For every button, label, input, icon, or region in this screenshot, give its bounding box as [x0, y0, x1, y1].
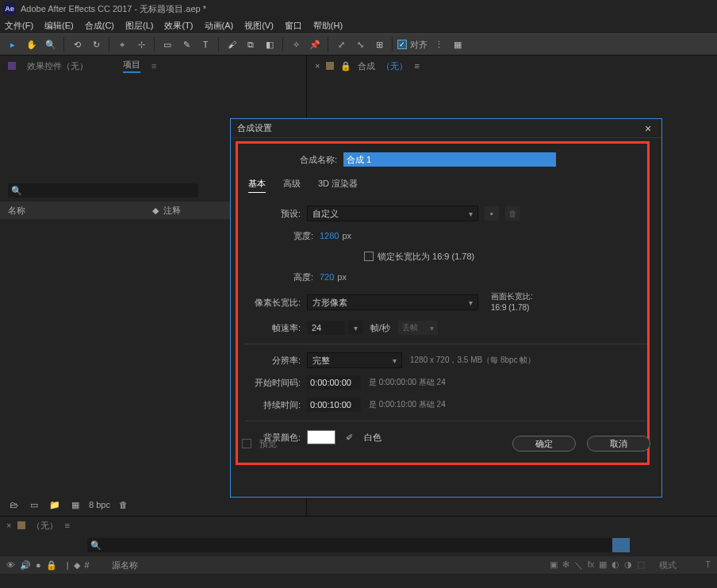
rect-tool-icon[interactable]: ▭: [159, 37, 175, 52]
lock-icon[interactable]: 🔒: [340, 61, 351, 71]
world-axis-icon[interactable]: ⤡: [352, 37, 368, 52]
lock-aspect-label: 锁定长宽比为 16:9 (1.78): [378, 251, 474, 263]
video-column-icon[interactable]: 👁: [6, 560, 15, 571]
menu-view[interactable]: 视图(V): [244, 20, 274, 32]
viewer-none[interactable]: （无）: [382, 60, 408, 72]
brush-tool-icon[interactable]: 🖌: [224, 37, 240, 52]
local-axis-icon[interactable]: ⤢: [333, 37, 349, 52]
orbit-tool-icon[interactable]: ⟲: [69, 37, 85, 52]
label-column-icon[interactable]: ◆: [74, 560, 80, 571]
solo-column-icon[interactable]: ●: [36, 560, 41, 571]
delete-preset-icon[interactable]: 🗑: [505, 206, 520, 221]
puppet-tool-icon[interactable]: 📌: [307, 37, 323, 52]
duration-hint: 是 0:00:10:00 基础 24: [369, 399, 446, 410]
project-panel-tab[interactable]: 项目: [123, 59, 140, 73]
mode-column[interactable]: 模式: [659, 559, 677, 571]
menu-effect[interactable]: 效果(T): [164, 20, 193, 32]
preset-select[interactable]: 自定义▾: [307, 206, 478, 221]
clone-tool-icon[interactable]: ⧉: [243, 37, 259, 52]
timeline-close-icon[interactable]: ×: [6, 521, 11, 530]
interpret-footage-icon[interactable]: 🗁: [6, 498, 21, 512]
eraser-tool-icon[interactable]: ◧: [262, 37, 278, 52]
switch-3d-icon[interactable]: ⬚: [637, 559, 645, 571]
roto-tool-icon[interactable]: ✧: [288, 37, 304, 52]
duration-input[interactable]: 0:00:10:00: [307, 398, 361, 412]
new-folder-icon[interactable]: 📁: [48, 498, 62, 512]
fps-value[interactable]: 24: [307, 321, 345, 335]
viewer-menu-icon[interactable]: ≡: [414, 61, 419, 71]
anchor-tool-icon[interactable]: ⊹: [133, 37, 149, 52]
audio-column-icon[interactable]: 🔊: [20, 560, 31, 571]
switch-shy-icon[interactable]: ▣: [550, 559, 558, 571]
dialog-title-bar[interactable]: 合成设置 ×: [231, 119, 661, 138]
menu-window[interactable]: 窗口: [285, 20, 302, 32]
effects-panel-tab[interactable]: 效果控件（无）: [27, 60, 88, 72]
menu-animation[interactable]: 动画(A): [205, 20, 234, 32]
snapping-checkbox[interactable]: ✓: [397, 40, 407, 49]
view-axis-icon[interactable]: ⊞: [371, 37, 387, 52]
switch-mb-icon[interactable]: ◐: [612, 559, 619, 571]
comment-column[interactable]: 注释: [163, 205, 181, 217]
width-value[interactable]: 1280: [320, 231, 339, 240]
save-preset-icon[interactable]: ▪: [485, 206, 499, 221]
drop-frame-select: 丢帧▾: [398, 321, 438, 335]
name-column[interactable]: 名称: [8, 205, 25, 217]
lock-aspect-checkbox[interactable]: [364, 252, 374, 261]
hand-tool-icon[interactable]: ✋: [24, 37, 40, 52]
bpc-toggle-icon[interactable]: ▦: [68, 498, 82, 512]
resolution-select[interactable]: 完整▾: [307, 352, 402, 368]
toolbar: ▸ ✋ 🔍 ⟲ ↻ ⌖ ⊹ ▭ ✎ T 🖌 ⧉ ◧ ✧ 📌 ⤢ ⤡ ⊞ ✓ 对齐…: [0, 33, 717, 56]
menu-file[interactable]: 文件(F): [5, 20, 33, 32]
selection-tool-icon[interactable]: ▸: [5, 37, 21, 52]
trackmatte-column[interactable]: T: [705, 559, 711, 571]
height-value[interactable]: 720: [320, 272, 334, 282]
camera-tool-icon[interactable]: ↻: [88, 37, 104, 52]
tab-3d-renderer[interactable]: 3D 渲染器: [318, 178, 358, 193]
comp-name-input[interactable]: 合成 1: [343, 152, 556, 167]
close-icon[interactable]: ×: [641, 121, 655, 136]
width-label: 宽度:: [245, 230, 313, 242]
index-column-icon[interactable]: #: [85, 560, 90, 571]
tab-advanced[interactable]: 高级: [283, 178, 301, 193]
par-select[interactable]: 方形像素▾: [307, 294, 478, 310]
menu-help[interactable]: 帮助(H): [313, 20, 343, 32]
type-tool-icon[interactable]: T: [197, 37, 213, 52]
snap-opt2-icon[interactable]: ▦: [450, 37, 466, 52]
switch-collapse-icon[interactable]: ＼: [574, 559, 583, 571]
timeline-marker-icon[interactable]: [612, 538, 630, 552]
resolution-label: 分辨率:: [245, 355, 301, 367]
ok-button[interactable]: 确定: [512, 436, 576, 452]
timeline-panel: × （无） ≡ 🔍 👁 🔊 ● 🔒 | ◆ # 源名称 ▣ ✻ ＼ fx ▦ ◐…: [0, 516, 717, 588]
chevron-down-icon: ▾: [393, 356, 397, 365]
menu-layer[interactable]: 图层(L): [125, 20, 153, 32]
timeline-tab-none[interactable]: （无）: [32, 520, 58, 532]
cancel-button[interactable]: 取消: [587, 436, 650, 452]
tab-basic[interactable]: 基本: [248, 178, 266, 193]
switch-fx-icon2[interactable]: fx: [588, 559, 595, 571]
lock-column-icon[interactable]: 🔒: [46, 560, 57, 571]
rotate-tool-icon[interactable]: ⌖: [114, 37, 130, 52]
panel-color-icon: [8, 62, 16, 70]
menu-edit[interactable]: 编辑(E): [44, 20, 74, 32]
preview-checkbox[interactable]: [242, 439, 251, 448]
timeline-search-input[interactable]: 🔍: [87, 538, 612, 552]
project-search-input[interactable]: 🔍: [8, 183, 198, 198]
switch-fx-icon[interactable]: ✻: [562, 559, 569, 571]
timeline-menu-icon[interactable]: ≡: [64, 521, 69, 530]
fps-chevron-icon[interactable]: ▾: [348, 321, 362, 335]
bpc-label[interactable]: 8 bpc: [89, 500, 110, 509]
snap-opt1-icon[interactable]: ⋮: [431, 37, 447, 52]
zoom-tool-icon[interactable]: 🔍: [43, 37, 59, 52]
viewer-close-icon[interactable]: ×: [315, 61, 320, 71]
pen-tool-icon[interactable]: ✎: [178, 37, 194, 52]
panel-menu-icon[interactable]: ≡: [151, 61, 156, 71]
start-timecode-label: 开始时间码:: [245, 377, 301, 389]
switch-adj-icon[interactable]: ◑: [624, 559, 632, 571]
trash-icon[interactable]: 🗑: [117, 498, 131, 512]
menu-composition[interactable]: 合成(C): [85, 20, 114, 32]
new-comp-icon[interactable]: ▭: [27, 498, 41, 512]
source-name-column[interactable]: 源名称: [112, 559, 138, 571]
tag-icon[interactable]: ◆: [152, 206, 159, 216]
start-timecode-input[interactable]: 0:00:00:00: [307, 375, 361, 390]
switch-frame-icon[interactable]: ▦: [599, 559, 607, 571]
